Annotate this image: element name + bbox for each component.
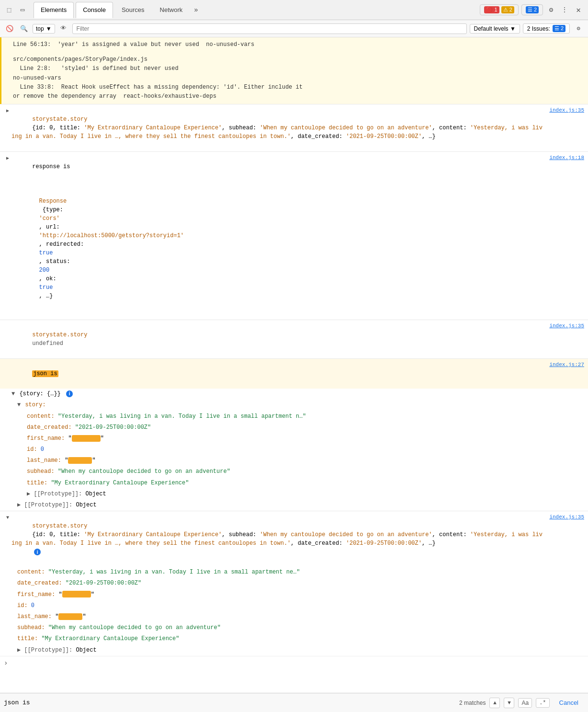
tree1-firstname-row: first_name: "" bbox=[0, 433, 588, 444]
chevron-down-icon: ▼ bbox=[46, 25, 52, 32]
regex-button[interactable]: .* bbox=[536, 698, 549, 708]
log-levels-label: Default levels ▼ bbox=[474, 25, 516, 32]
tree1-id-row: id: 0 bbox=[0, 444, 588, 455]
tab-network[interactable]: Network bbox=[153, 2, 190, 18]
tab-elements[interactable]: Elements bbox=[34, 2, 74, 18]
tree1-proto1-row: ▶ [[Prototype]]: Object bbox=[0, 489, 588, 500]
tree2-lastname-row: last_name: "" bbox=[0, 611, 588, 622]
tree1-lastname-row: last_name: "" bbox=[0, 455, 588, 466]
json-is-text: json is bbox=[32, 370, 58, 377]
search-prev-button[interactable]: ▲ bbox=[489, 698, 500, 708]
redacted-firstname-2 bbox=[62, 591, 91, 597]
context-selector[interactable]: top ▼ bbox=[33, 24, 55, 34]
log-content-4: json is bbox=[11, 361, 545, 387]
tree1-root: ▼ {story: {…}} i bbox=[0, 389, 588, 400]
tree1-story-arrow[interactable]: ▼ bbox=[17, 402, 21, 408]
cursor-icon[interactable]: ⬚ bbox=[4, 5, 14, 15]
tree1-proto2-row: ▶ [[Prototype]]: Object bbox=[0, 500, 588, 511]
message-badge[interactable]: ☰ 2 bbox=[521, 4, 543, 15]
log-entry-5: ▼ storystate.story {id: 0, title: 'My Ex… bbox=[0, 511, 588, 567]
more-options-icon[interactable]: ⋮ bbox=[559, 5, 570, 15]
log-source-5[interactable]: index.js:35 bbox=[549, 514, 584, 520]
log-content-2: response is Response {type: 'cors' , url… bbox=[11, 154, 545, 318]
warning-block-1: Line 56:13: 'year' is assigned a value b… bbox=[0, 37, 588, 52]
log-source-2[interactable]: index.js:18 bbox=[549, 155, 584, 161]
tree2-content-row: content: "Yesterday, i was living in a v… bbox=[0, 567, 588, 578]
match-case-button[interactable]: Aa bbox=[518, 698, 532, 708]
warning-count: ⚠ 2 bbox=[501, 6, 514, 13]
search-input[interactable] bbox=[4, 699, 455, 706]
search-next-button[interactable]: ▼ bbox=[504, 698, 514, 708]
tree2-proto1-row: ▶ [[Prototype]]: Object bbox=[0, 645, 588, 656]
filter-icon[interactable]: 🔍 bbox=[18, 23, 30, 34]
redacted-firstname-1 bbox=[72, 435, 101, 442]
log-source-1[interactable]: index.js:35 bbox=[549, 107, 584, 113]
context-label: top bbox=[36, 25, 44, 32]
tab-more[interactable]: » bbox=[191, 4, 201, 16]
tree1-content-row: content: "Yesterday, i was living in a v… bbox=[0, 411, 588, 422]
log-content-5: storystate.story {id: 0, title: 'My Extr… bbox=[11, 513, 545, 565]
warning-block-2: src/components/pages/StoryPage/index.js … bbox=[0, 52, 588, 104]
log-entry-3: ▶ storystate.story undefined index.js:35 bbox=[0, 320, 588, 358]
redacted-lastname-2 bbox=[58, 613, 82, 620]
tree2-id-row: id: 0 bbox=[0, 600, 588, 611]
log-entry-1: ▶ storystate.story {id: 0, title: 'My Ex… bbox=[0, 104, 588, 151]
tree2-title-row: title: "My Extraordinary Cantaloupe Expe… bbox=[0, 633, 588, 644]
expand-arrow-1[interactable]: ▶ bbox=[4, 107, 11, 115]
error-count: 🚫 1 bbox=[484, 6, 499, 13]
tree1-date-row: date_created: "2021-09-25T00:00:00Z" bbox=[0, 422, 588, 433]
close-icon[interactable]: ✕ bbox=[573, 4, 584, 16]
log-label-1: storystate.story bbox=[32, 116, 90, 123]
search-bar: 2 matches ▲ ▼ Aa .* Cancel bbox=[0, 693, 588, 712]
tree2-date-row: date_created: "2021-09-25T00:00:00Z" bbox=[0, 578, 588, 589]
tab-bar-right: 🚫 1 ⚠ 2 ☰ 2 ⚙ ⋮ ✕ bbox=[480, 4, 584, 16]
tab-console[interactable]: Console bbox=[76, 2, 113, 18]
expand-arrow-5[interactable]: ▼ bbox=[4, 514, 11, 521]
tree2-firstname-row: first_name: "" bbox=[0, 589, 588, 600]
prompt-icon: › bbox=[4, 659, 8, 667]
issues-label: 2 Issues: bbox=[527, 25, 550, 32]
filter-input[interactable] bbox=[72, 23, 467, 34]
expand-arrow-2[interactable]: ▶ bbox=[4, 154, 11, 162]
log-levels-selector[interactable]: Default levels ▼ bbox=[470, 24, 520, 34]
tab-sources[interactable]: Sources bbox=[115, 2, 151, 18]
log-entry-4: json is index.js:27 bbox=[0, 358, 588, 389]
warning-text-2: src/components/pages/StoryPage/index.js … bbox=[13, 55, 582, 101]
console-prompt[interactable]: › bbox=[0, 656, 588, 670]
log-source-3[interactable]: index.js:35 bbox=[549, 323, 584, 329]
tab-bar: ⬚ ▭ Elements Console Sources Network » 🚫… bbox=[0, 0, 588, 20]
tree2-subhead-row: subhead: "When my cantoulope decided to … bbox=[0, 622, 588, 633]
device-icon[interactable]: ▭ bbox=[17, 5, 28, 15]
cancel-button[interactable]: Cancel bbox=[554, 698, 584, 708]
console-toolbar: 🚫 🔍 top ▼ 👁 Default levels ▼ 2 Issues: ☰… bbox=[0, 20, 588, 37]
log-source-4[interactable]: index.js:27 bbox=[549, 362, 584, 367]
tree1-root-arrow[interactable]: ▼ bbox=[11, 390, 15, 397]
warning-text-1: Line 56:13: 'year' is assigned a value b… bbox=[13, 40, 582, 49]
devtools-icons: ⬚ ▭ bbox=[4, 5, 28, 15]
matches-count: 2 matches bbox=[459, 700, 486, 706]
log-entry-2: ▶ response is Response {type: 'cors' , u… bbox=[0, 151, 588, 320]
info-icon-1[interactable]: i bbox=[66, 390, 73, 397]
tree1-story-row: ▼ story: bbox=[0, 400, 588, 411]
log-content-1: storystate.story {id: 0, title: 'My Extr… bbox=[11, 106, 545, 149]
issues-count: ☰ 2 bbox=[553, 25, 565, 32]
info-icon-2[interactable]: i bbox=[34, 549, 41, 555]
settings-icon[interactable]: ⚙ bbox=[546, 5, 556, 15]
redacted-lastname-1 bbox=[68, 457, 92, 464]
issues-settings-icon[interactable]: ⚙ bbox=[573, 23, 584, 34]
error-badge[interactable]: 🚫 1 ⚠ 2 bbox=[480, 4, 518, 15]
message-count: ☰ 2 bbox=[526, 6, 539, 13]
eye-icon[interactable]: 👁 bbox=[58, 23, 69, 34]
tree1-subhead-row: subhead: "When my cantoulope decided to … bbox=[0, 466, 588, 477]
console-output: Line 56:13: 'year' is assigned a value b… bbox=[0, 37, 588, 693]
log-content-3: storystate.story undefined bbox=[11, 322, 545, 356]
clear-console-icon[interactable]: 🚫 bbox=[4, 23, 15, 34]
issues-button[interactable]: 2 Issues: ☰ 2 bbox=[523, 23, 570, 34]
tree1-title-row: title: "My Extraordinary Cantaloupe Expe… bbox=[0, 478, 588, 489]
